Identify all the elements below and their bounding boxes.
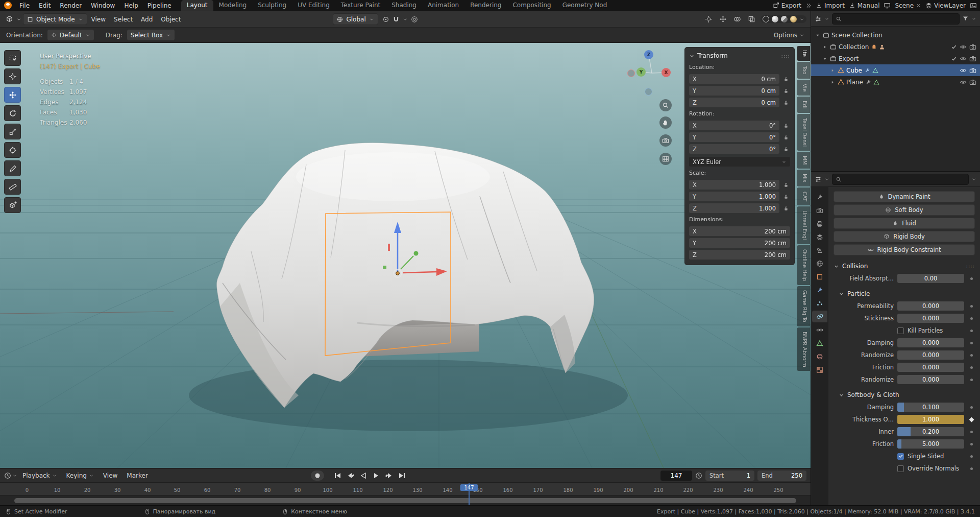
location-z-field[interactable]: Z0 cm	[689, 98, 779, 107]
dynamic-paint-button[interactable]: Dynamic Paint	[834, 191, 975, 202]
menu-add[interactable]: Add	[137, 12, 157, 27]
rigid-body-constraint-button[interactable]: Rigid Body Constraint	[834, 244, 975, 255]
animate-dot-icon[interactable]	[968, 317, 975, 320]
tab-layout[interactable]: Layout	[181, 0, 213, 11]
animate-dot-icon[interactable]	[968, 443, 975, 445]
menu-window[interactable]: Window	[86, 0, 119, 11]
tool-annotate[interactable]	[4, 160, 21, 176]
3d-viewport[interactable]: User Perspective (147) Export | Cube Obj…	[0, 43, 811, 468]
sidebar-tab-misc[interactable]: Mis	[797, 170, 810, 186]
menu-object[interactable]: Object	[157, 12, 185, 27]
single-sided-checkbox[interactable]	[897, 453, 904, 460]
frame-end-field[interactable]: End250	[757, 471, 806, 481]
jump-to-start-button[interactable]	[332, 471, 344, 481]
sidebar-tab-mm[interactable]: MM	[797, 152, 810, 169]
show-overlays-icon[interactable]	[733, 15, 741, 23]
particle-friction-randomize-field[interactable]: 0.000	[897, 375, 964, 384]
properties-search-input[interactable]	[832, 174, 969, 185]
tab-texture[interactable]	[812, 364, 827, 375]
thickness-outer-field[interactable]: 1.000	[897, 415, 964, 424]
animate-dot-icon[interactable]	[968, 330, 975, 332]
ortho-toggle-button[interactable]	[659, 153, 672, 165]
animate-dot-icon[interactable]	[968, 431, 975, 433]
exclude-checkbox-icon[interactable]	[951, 44, 957, 50]
editor-type-chevron-icon[interactable]	[16, 17, 21, 22]
menu-marker[interactable]: Marker	[122, 472, 152, 479]
outliner-editor-icon[interactable]	[815, 15, 822, 22]
tab-object-data[interactable]	[812, 337, 827, 349]
animate-dot-icon[interactable]	[968, 305, 975, 308]
tab-rendering[interactable]: Rendering	[464, 0, 507, 11]
dimensions-y-field[interactable]: Y200 cm	[689, 238, 790, 248]
scrollbar-handle[interactable]	[14, 498, 796, 503]
frame-start-field[interactable]: Start1	[705, 471, 754, 481]
hide-eye-icon[interactable]	[960, 55, 967, 62]
softbody-damping-field[interactable]: 0.100	[897, 403, 964, 412]
nav-axis-y[interactable]: Y	[636, 67, 646, 77]
hide-eye-icon[interactable]	[960, 43, 967, 51]
disclosure-icon[interactable]	[822, 56, 828, 61]
timeline-ruler[interactable]: 0 10 20 30 40 50 60 70 80 90 100 110 120…	[0, 483, 811, 496]
outliner-row-collection[interactable]: Collection	[811, 41, 980, 53]
object-visibility-icon[interactable]	[705, 15, 713, 23]
menu-view[interactable]: View	[99, 472, 121, 479]
tool-rotate[interactable]	[4, 105, 21, 121]
location-y-field[interactable]: Y0 cm	[689, 86, 779, 96]
play-reverse-button[interactable]	[358, 471, 369, 481]
viewlayer-selector[interactable]: ViewLayer	[925, 2, 966, 9]
permeability-field[interactable]: 0.000	[897, 301, 964, 311]
outliner-search-input[interactable]	[832, 13, 960, 25]
chevron-down-icon[interactable]	[971, 16, 976, 21]
snap-target-chevron-icon[interactable]	[403, 17, 408, 22]
show-gizmo-icon[interactable]	[719, 15, 727, 23]
dimensions-x-field[interactable]: X200 cm	[689, 226, 790, 236]
toggle-xray-icon[interactable]	[748, 15, 755, 23]
panel-drag-icon[interactable]: ::::	[966, 264, 975, 269]
animate-dot-icon[interactable]	[968, 277, 975, 280]
sidebar-tab-outline-help[interactable]: Outline Help	[797, 245, 810, 285]
chevron-down-icon[interactable]	[824, 177, 829, 182]
filter-icon[interactable]	[962, 15, 969, 22]
scale-x-field[interactable]: X1.000	[689, 180, 779, 190]
menu-edit[interactable]: Edit	[34, 0, 55, 11]
lock-icon[interactable]	[781, 76, 790, 82]
current-frame-badge[interactable]: 147	[460, 484, 478, 491]
fluid-button[interactable]: Fluid	[834, 218, 975, 229]
tab-texture-paint[interactable]: Texture Paint	[335, 0, 386, 11]
tool-select-box[interactable]	[4, 50, 21, 66]
collapse-chevron-icon[interactable]	[689, 53, 695, 59]
tab-render[interactable]	[812, 204, 827, 216]
lock-icon[interactable]	[781, 100, 790, 106]
tool-measure[interactable]	[4, 179, 21, 195]
shading-material-icon[interactable]	[781, 16, 788, 22]
chevron-down-icon[interactable]	[824, 16, 829, 21]
softbody-cloth-panel-header[interactable]: Softbody & Cloth	[839, 389, 975, 401]
rotation-mode-dropdown[interactable]: XYZ Euler	[689, 157, 790, 167]
tab-modeling[interactable]: Modeling	[213, 0, 253, 11]
nav-axis-x-neg[interactable]	[627, 69, 635, 77]
editor-type-icon[interactable]	[6, 15, 13, 23]
disclosure-icon[interactable]	[815, 33, 821, 38]
menu-pipeline[interactable]: Pipeline	[143, 0, 176, 11]
camera-view-button[interactable]	[659, 134, 672, 147]
scale-y-field[interactable]: Y1.000	[689, 192, 779, 201]
animate-dot-icon[interactable]	[968, 455, 975, 458]
lock-icon[interactable]	[781, 182, 790, 188]
drag-mode-dropdown[interactable]: Select Box	[127, 29, 175, 41]
disclosure-icon[interactable]	[829, 80, 836, 85]
menu-view[interactable]: View	[87, 12, 110, 27]
shading-rendered-icon[interactable]	[790, 16, 797, 22]
hide-eye-icon[interactable]	[960, 67, 967, 74]
tab-uv-editing[interactable]: UV Editing	[292, 0, 335, 11]
nav-axis-z-neg[interactable]	[645, 88, 652, 96]
pan-button[interactable]	[659, 116, 672, 129]
animate-dot-icon[interactable]	[968, 406, 975, 409]
tool-cursor[interactable]	[4, 68, 21, 84]
snap-magnet-icon[interactable]	[393, 16, 400, 23]
outliner-row-cube[interactable]: Cube	[811, 64, 980, 76]
chevron-down-icon[interactable]	[971, 177, 976, 182]
lock-icon[interactable]	[781, 194, 790, 200]
orientation-dropdown[interactable]: Global	[333, 13, 378, 25]
outliner-row-export[interactable]: Export	[811, 53, 980, 64]
tab-compositing[interactable]: Compositing	[507, 0, 556, 11]
